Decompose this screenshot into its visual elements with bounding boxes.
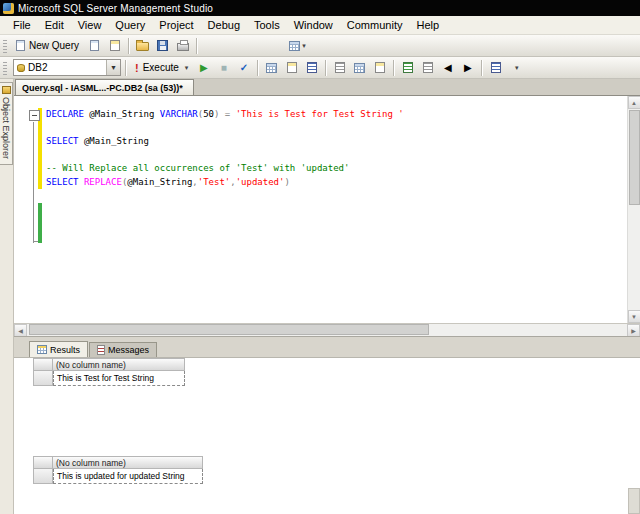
- tab-query-sql[interactable]: Query.sql - IASML...-PC.DB2 (sa (53))*: [15, 79, 194, 95]
- grid-row: This is updated for updated String: [33, 469, 203, 484]
- code-line[interactable]: SELECT @Main_String: [29, 135, 626, 149]
- code-line[interactable]: -- Will Replace all occurrences of 'Test…: [29, 162, 626, 176]
- horizontal-scroll-thumb[interactable]: [29, 324, 429, 335]
- toolbar-overflow-icon[interactable]: ▾: [506, 59, 525, 77]
- intellisense-icon[interactable]: [302, 59, 321, 77]
- editor-horizontal-scrollbar[interactable]: ◀ ▶: [14, 323, 640, 336]
- save-icon[interactable]: [153, 37, 172, 55]
- column-header[interactable]: (No column name): [53, 358, 185, 371]
- new-query-button[interactable]: New Query: [11, 37, 84, 55]
- code-token: 50: [203, 109, 214, 119]
- code-line[interactable]: [29, 216, 626, 230]
- toolbar-grip[interactable]: [3, 38, 7, 53]
- open-file-icon[interactable]: [133, 37, 152, 55]
- menu-community[interactable]: Community: [340, 17, 410, 33]
- results-to-text-icon[interactable]: [330, 59, 349, 77]
- grid-cell[interactable]: This is Test for Test String: [53, 371, 185, 386]
- scroll-up-icon[interactable]: ▲: [628, 96, 640, 109]
- decrease-indent-icon[interactable]: ◀: [438, 59, 457, 77]
- toolbar-separator: [481, 60, 482, 76]
- object-explorer-tab[interactable]: Object Explorer: [0, 82, 13, 165]
- comment-icon[interactable]: [398, 59, 417, 77]
- menu-view[interactable]: View: [71, 17, 109, 33]
- debug-button[interactable]: ▶: [194, 59, 213, 77]
- results-grid-icon: [37, 345, 47, 354]
- cancel-query-icon[interactable]: ■: [214, 59, 233, 77]
- code-token: 'updated': [236, 177, 285, 187]
- code-area[interactable]: DECLARE @Main_String VARCHAR(50) = 'This…: [14, 96, 626, 323]
- toolbar-grip[interactable]: [3, 60, 7, 75]
- execute-label: Execute: [143, 62, 179, 73]
- tab-messages[interactable]: Messages: [89, 342, 157, 357]
- grid-corner[interactable]: [33, 358, 53, 371]
- column-header[interactable]: (No column name): [53, 456, 203, 469]
- uncomment-icon[interactable]: [418, 59, 437, 77]
- execute-button[interactable]: ! Execute ▾: [130, 59, 193, 77]
- menu-window[interactable]: Window: [287, 17, 340, 33]
- sqlcmd-mode-icon[interactable]: [486, 59, 505, 77]
- available-databases-combo[interactable]: DB2 ▼: [13, 59, 121, 76]
- document-tab-bar: Query.sql - IASML...-PC.DB2 (sa (53))*: [14, 79, 640, 96]
- analysis-services-query-icon[interactable]: [105, 37, 124, 55]
- menu-query[interactable]: Query: [108, 17, 152, 33]
- main-region: Object Explorer Query.sql - IASML...-PC.…: [0, 79, 640, 514]
- code-editor[interactable]: DECLARE @Main_String VARCHAR(50) = 'This…: [14, 96, 640, 323]
- grid-cell[interactable]: This is updated for updated String: [53, 469, 203, 484]
- code-token: REPLACE: [84, 177, 122, 187]
- code-token: SELECT: [46, 136, 84, 146]
- code-line[interactable]: SELECT REPLACE(@Main_String,'Test','upda…: [29, 176, 626, 190]
- menu-edit[interactable]: Edit: [38, 17, 71, 33]
- estimated-plan-icon[interactable]: [262, 59, 281, 77]
- toolbar-separator: [325, 60, 326, 76]
- collapse-toggle-icon[interactable]: [29, 108, 38, 122]
- code-line[interactable]: [29, 203, 626, 217]
- code-line[interactable]: [29, 149, 626, 163]
- row-selector[interactable]: [33, 469, 53, 484]
- code-text: SELECT @Main_String: [46, 135, 149, 149]
- change-tracking-bar: [38, 122, 42, 136]
- code-line[interactable]: [29, 122, 626, 136]
- database-engine-query-icon[interactable]: [85, 37, 104, 55]
- outline-guide: [29, 122, 38, 136]
- print-icon[interactable]: [173, 37, 192, 55]
- menu-file[interactable]: File: [6, 17, 38, 33]
- results-to-grid-icon[interactable]: [350, 59, 369, 77]
- menu-project[interactable]: Project: [152, 17, 200, 33]
- grid-corner[interactable]: [33, 456, 53, 469]
- outline-guide: [29, 162, 38, 176]
- vertical-scroll-thumb[interactable]: [629, 110, 640, 205]
- scroll-track[interactable]: [27, 324, 627, 336]
- scroll-down-icon[interactable]: ▼: [628, 310, 640, 323]
- activity-monitor-icon[interactable]: ▾: [288, 37, 307, 55]
- code-line[interactable]: [29, 230, 626, 244]
- increase-indent-icon[interactable]: ▶: [458, 59, 477, 77]
- code-line[interactable]: [29, 189, 626, 203]
- chevron-down-icon: ▾: [185, 64, 189, 72]
- window-title: Microsoft SQL Server Management Studio: [18, 3, 213, 14]
- parse-icon[interactable]: ✓: [234, 59, 253, 77]
- editor-vertical-scrollbar[interactable]: ▲ ▼: [627, 96, 640, 323]
- left-dock-strip: Object Explorer: [0, 79, 14, 514]
- toolbar-separator: [128, 38, 129, 54]
- code-token: =: [219, 109, 235, 119]
- title-bar[interactable]: Microsoft SQL Server Management Studio: [0, 0, 640, 16]
- results-tab-bar: Results Messages: [14, 341, 640, 358]
- code-line[interactable]: DECLARE @Main_String VARCHAR(50) = 'This…: [29, 108, 626, 122]
- menu-bar: FileEditViewQueryProjectDebugToolsWindow…: [0, 16, 640, 35]
- outline-guide: [29, 135, 38, 149]
- code-token: VARCHAR: [160, 109, 198, 119]
- chevron-down-icon[interactable]: ▼: [106, 60, 120, 75]
- query-options-icon[interactable]: [282, 59, 301, 77]
- tab-results[interactable]: Results: [29, 341, 88, 357]
- results-to-file-icon[interactable]: [370, 59, 389, 77]
- grid-header-row: (No column name): [33, 358, 185, 371]
- menu-help[interactable]: Help: [409, 17, 446, 33]
- menu-debug[interactable]: Debug: [201, 17, 247, 33]
- execute-icon: !: [135, 62, 139, 74]
- toolbar-separator: [125, 60, 126, 76]
- row-selector[interactable]: [33, 371, 53, 386]
- code-token: DECLARE: [46, 109, 89, 119]
- outline-guide: [29, 189, 38, 203]
- outline-guide: [29, 203, 38, 217]
- menu-tools[interactable]: Tools: [247, 17, 287, 33]
